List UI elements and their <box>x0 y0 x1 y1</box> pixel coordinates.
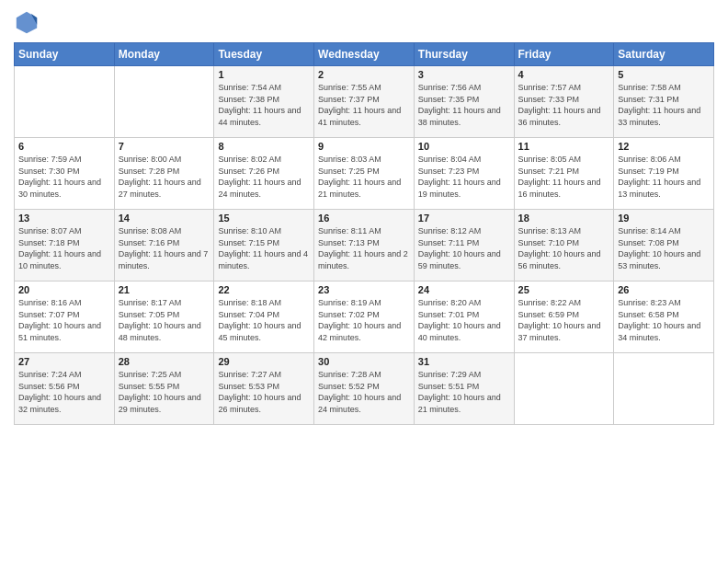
day-number: 22 <box>218 284 310 295</box>
header <box>14 9 714 35</box>
cell-content: Sunrise: 8:19 AM Sunset: 7:02 PM Dayligh… <box>318 297 410 343</box>
day-number: 14 <box>119 213 210 224</box>
cell-content: Sunrise: 7:29 AM Sunset: 5:51 PM Dayligh… <box>418 369 510 415</box>
cell-content: Sunrise: 8:16 AM Sunset: 7:07 PM Dayligh… <box>18 297 110 343</box>
cell-content: Sunrise: 7:27 AM Sunset: 5:53 PM Dayligh… <box>218 369 310 415</box>
cell-content: Sunrise: 8:07 AM Sunset: 7:18 PM Dayligh… <box>18 225 110 271</box>
calendar-cell <box>614 353 714 425</box>
cell-content: Sunrise: 7:54 AM Sunset: 7:38 PM Dayligh… <box>218 82 310 128</box>
cell-content: Sunrise: 8:13 AM Sunset: 7:10 PM Dayligh… <box>518 225 610 271</box>
day-header-sunday: Sunday <box>15 43 115 66</box>
calendar-cell: 25Sunrise: 8:22 AM Sunset: 6:59 PM Dayli… <box>514 282 614 353</box>
day-number: 12 <box>618 141 710 152</box>
day-number: 5 <box>618 69 710 80</box>
calendar-cell: 19Sunrise: 8:14 AM Sunset: 7:08 PM Dayli… <box>614 210 714 282</box>
day-number: 31 <box>418 356 510 367</box>
cell-content: Sunrise: 8:00 AM Sunset: 7:28 PM Dayligh… <box>119 154 210 200</box>
calendar-cell: 20Sunrise: 8:16 AM Sunset: 7:07 PM Dayli… <box>15 282 115 353</box>
page: SundayMondayTuesdayWednesdayThursdayFrid… <box>0 0 728 563</box>
calendar-cell: 13Sunrise: 8:07 AM Sunset: 7:18 PM Dayli… <box>15 210 115 282</box>
day-number: 19 <box>618 213 710 224</box>
day-number: 20 <box>18 284 110 295</box>
cell-content: Sunrise: 8:20 AM Sunset: 7:01 PM Dayligh… <box>418 297 510 343</box>
day-number: 16 <box>318 213 410 224</box>
cell-content: Sunrise: 8:23 AM Sunset: 6:58 PM Dayligh… <box>618 297 710 343</box>
cell-content: Sunrise: 8:18 AM Sunset: 7:04 PM Dayligh… <box>218 297 310 343</box>
day-header-thursday: Thursday <box>414 43 514 66</box>
cell-content: Sunrise: 7:24 AM Sunset: 5:56 PM Dayligh… <box>18 369 110 415</box>
calendar-cell: 24Sunrise: 8:20 AM Sunset: 7:01 PM Dayli… <box>414 282 514 353</box>
cell-content: Sunrise: 8:03 AM Sunset: 7:25 PM Dayligh… <box>318 154 410 200</box>
day-number: 7 <box>119 141 210 152</box>
cell-content: Sunrise: 8:17 AM Sunset: 7:05 PM Dayligh… <box>119 297 210 343</box>
cell-content: Sunrise: 7:56 AM Sunset: 7:35 PM Dayligh… <box>418 82 510 128</box>
calendar-cell <box>514 353 614 425</box>
calendar-cell: 21Sunrise: 8:17 AM Sunset: 7:05 PM Dayli… <box>114 282 214 353</box>
calendar-cell <box>15 66 115 138</box>
day-number: 26 <box>618 284 710 295</box>
day-number: 29 <box>218 356 310 367</box>
day-header-monday: Monday <box>114 43 214 66</box>
day-number: 15 <box>218 213 310 224</box>
calendar-cell: 15Sunrise: 8:10 AM Sunset: 7:15 PM Dayli… <box>214 210 314 282</box>
day-number: 30 <box>318 356 410 367</box>
day-number: 9 <box>318 141 410 152</box>
day-number: 8 <box>218 141 310 152</box>
day-number: 10 <box>418 141 510 152</box>
day-number: 6 <box>18 141 110 152</box>
cell-content: Sunrise: 7:59 AM Sunset: 7:30 PM Dayligh… <box>18 154 110 200</box>
calendar-cell: 31Sunrise: 7:29 AM Sunset: 5:51 PM Dayli… <box>414 353 514 425</box>
calendar-cell: 26Sunrise: 8:23 AM Sunset: 6:58 PM Dayli… <box>614 282 714 353</box>
logo <box>14 9 43 35</box>
calendar-cell: 27Sunrise: 7:24 AM Sunset: 5:56 PM Dayli… <box>15 353 115 425</box>
svg-marker-0 <box>17 12 37 33</box>
calendar-cell: 11Sunrise: 8:05 AM Sunset: 7:21 PM Dayli… <box>514 138 614 210</box>
calendar-cell: 23Sunrise: 8:19 AM Sunset: 7:02 PM Dayli… <box>314 282 415 353</box>
calendar-cell: 2Sunrise: 7:55 AM Sunset: 7:37 PM Daylig… <box>314 66 415 138</box>
cell-content: Sunrise: 8:04 AM Sunset: 7:23 PM Dayligh… <box>418 154 510 200</box>
day-header-saturday: Saturday <box>614 43 714 66</box>
calendar-cell: 4Sunrise: 7:57 AM Sunset: 7:33 PM Daylig… <box>514 66 614 138</box>
calendar-cell <box>114 66 214 138</box>
day-number: 1 <box>218 69 310 80</box>
cell-content: Sunrise: 7:25 AM Sunset: 5:55 PM Dayligh… <box>119 369 210 415</box>
logo-icon <box>14 9 40 35</box>
day-number: 27 <box>18 356 110 367</box>
day-number: 18 <box>518 213 610 224</box>
cell-content: Sunrise: 8:22 AM Sunset: 6:59 PM Dayligh… <box>518 297 610 343</box>
day-number: 4 <box>518 69 610 80</box>
day-number: 17 <box>418 213 510 224</box>
cell-content: Sunrise: 8:02 AM Sunset: 7:26 PM Dayligh… <box>218 154 310 200</box>
day-number: 11 <box>518 141 610 152</box>
day-header-wednesday: Wednesday <box>314 43 415 66</box>
cell-content: Sunrise: 7:55 AM Sunset: 7:37 PM Dayligh… <box>318 82 410 128</box>
calendar-cell: 8Sunrise: 8:02 AM Sunset: 7:26 PM Daylig… <box>214 138 314 210</box>
calendar-table: SundayMondayTuesdayWednesdayThursdayFrid… <box>14 42 714 425</box>
calendar-cell: 16Sunrise: 8:11 AM Sunset: 7:13 PM Dayli… <box>314 210 415 282</box>
calendar-cell: 29Sunrise: 7:27 AM Sunset: 5:53 PM Dayli… <box>214 353 314 425</box>
day-number: 24 <box>418 284 510 295</box>
calendar-cell: 10Sunrise: 8:04 AM Sunset: 7:23 PM Dayli… <box>414 138 514 210</box>
cell-content: Sunrise: 7:58 AM Sunset: 7:31 PM Dayligh… <box>618 82 710 128</box>
calendar-cell: 18Sunrise: 8:13 AM Sunset: 7:10 PM Dayli… <box>514 210 614 282</box>
cell-content: Sunrise: 8:06 AM Sunset: 7:19 PM Dayligh… <box>618 154 710 200</box>
calendar-cell: 9Sunrise: 8:03 AM Sunset: 7:25 PM Daylig… <box>314 138 415 210</box>
day-number: 2 <box>318 69 410 80</box>
day-number: 23 <box>318 284 410 295</box>
cell-content: Sunrise: 8:05 AM Sunset: 7:21 PM Dayligh… <box>518 154 610 200</box>
calendar-cell: 5Sunrise: 7:58 AM Sunset: 7:31 PM Daylig… <box>614 66 714 138</box>
calendar-cell: 1Sunrise: 7:54 AM Sunset: 7:38 PM Daylig… <box>214 66 314 138</box>
calendar-cell: 3Sunrise: 7:56 AM Sunset: 7:35 PM Daylig… <box>414 66 514 138</box>
calendar-cell: 28Sunrise: 7:25 AM Sunset: 5:55 PM Dayli… <box>114 353 214 425</box>
calendar-cell: 17Sunrise: 8:12 AM Sunset: 7:11 PM Dayli… <box>414 210 514 282</box>
day-number: 25 <box>518 284 610 295</box>
day-number: 28 <box>119 356 210 367</box>
calendar-cell: 30Sunrise: 7:28 AM Sunset: 5:52 PM Dayli… <box>314 353 415 425</box>
cell-content: Sunrise: 7:28 AM Sunset: 5:52 PM Dayligh… <box>318 369 410 415</box>
calendar-cell: 7Sunrise: 8:00 AM Sunset: 7:28 PM Daylig… <box>114 138 214 210</box>
calendar-cell: 14Sunrise: 8:08 AM Sunset: 7:16 PM Dayli… <box>114 210 214 282</box>
cell-content: Sunrise: 7:57 AM Sunset: 7:33 PM Dayligh… <box>518 82 610 128</box>
calendar-cell: 12Sunrise: 8:06 AM Sunset: 7:19 PM Dayli… <box>614 138 714 210</box>
cell-content: Sunrise: 8:11 AM Sunset: 7:13 PM Dayligh… <box>318 225 410 271</box>
calendar-cell: 6Sunrise: 7:59 AM Sunset: 7:30 PM Daylig… <box>15 138 115 210</box>
